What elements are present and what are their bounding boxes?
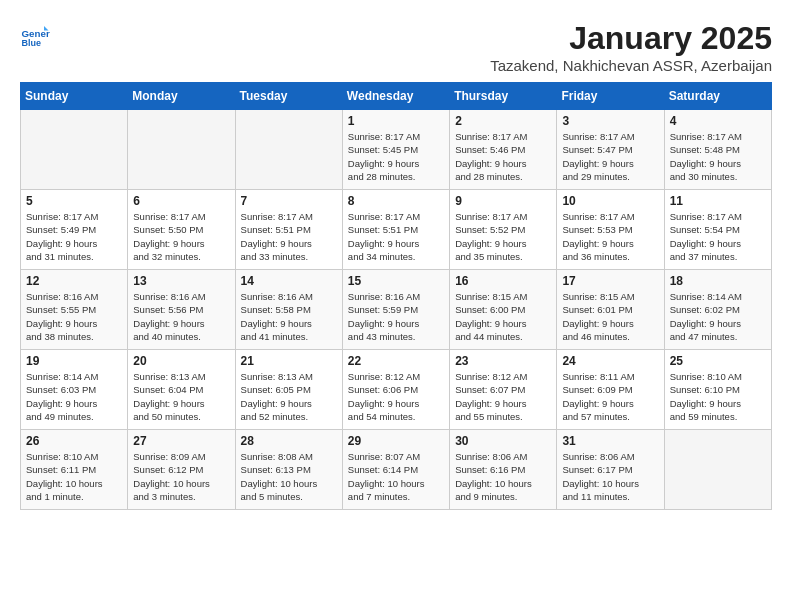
- cell-info: Sunrise: 8:17 AMSunset: 5:51 PMDaylight:…: [241, 210, 337, 263]
- location-title: Tazakend, Nakhichevan ASSR, Azerbaijan: [490, 57, 772, 74]
- calendar-cell: 1Sunrise: 8:17 AMSunset: 5:45 PMDaylight…: [342, 110, 449, 190]
- svg-text:Blue: Blue: [22, 38, 42, 48]
- day-number: 30: [455, 434, 551, 448]
- cell-info: Sunrise: 8:06 AMSunset: 6:16 PMDaylight:…: [455, 450, 551, 503]
- cell-info: Sunrise: 8:17 AMSunset: 5:52 PMDaylight:…: [455, 210, 551, 263]
- day-number: 16: [455, 274, 551, 288]
- calendar-cell: 8Sunrise: 8:17 AMSunset: 5:51 PMDaylight…: [342, 190, 449, 270]
- page: General Blue January 2025 Tazakend, Nakh…: [0, 0, 792, 520]
- day-number: 6: [133, 194, 229, 208]
- day-number: 31: [562, 434, 658, 448]
- day-number: 26: [26, 434, 122, 448]
- calendar-cell: 21Sunrise: 8:13 AMSunset: 6:05 PMDayligh…: [235, 350, 342, 430]
- day-number: 24: [562, 354, 658, 368]
- calendar-cell: 2Sunrise: 8:17 AMSunset: 5:46 PMDaylight…: [450, 110, 557, 190]
- day-number: 28: [241, 434, 337, 448]
- cell-info: Sunrise: 8:17 AMSunset: 5:48 PMDaylight:…: [670, 130, 766, 183]
- day-number: 9: [455, 194, 551, 208]
- cell-info: Sunrise: 8:17 AMSunset: 5:49 PMDaylight:…: [26, 210, 122, 263]
- week-row-2: 5Sunrise: 8:17 AMSunset: 5:49 PMDaylight…: [21, 190, 772, 270]
- calendar-cell: 30Sunrise: 8:06 AMSunset: 6:16 PMDayligh…: [450, 430, 557, 510]
- calendar-cell: 7Sunrise: 8:17 AMSunset: 5:51 PMDaylight…: [235, 190, 342, 270]
- calendar-cell: 25Sunrise: 8:10 AMSunset: 6:10 PMDayligh…: [664, 350, 771, 430]
- calendar-cell: [21, 110, 128, 190]
- month-title: January 2025: [490, 20, 772, 57]
- calendar-cell: 19Sunrise: 8:14 AMSunset: 6:03 PMDayligh…: [21, 350, 128, 430]
- day-number: 5: [26, 194, 122, 208]
- calendar-cell: 10Sunrise: 8:17 AMSunset: 5:53 PMDayligh…: [557, 190, 664, 270]
- cell-info: Sunrise: 8:10 AMSunset: 6:10 PMDaylight:…: [670, 370, 766, 423]
- cell-info: Sunrise: 8:13 AMSunset: 6:05 PMDaylight:…: [241, 370, 337, 423]
- calendar-table: SundayMondayTuesdayWednesdayThursdayFrid…: [20, 82, 772, 510]
- day-number: 21: [241, 354, 337, 368]
- calendar-cell: 17Sunrise: 8:15 AMSunset: 6:01 PMDayligh…: [557, 270, 664, 350]
- calendar-cell: 27Sunrise: 8:09 AMSunset: 6:12 PMDayligh…: [128, 430, 235, 510]
- cell-info: Sunrise: 8:06 AMSunset: 6:17 PMDaylight:…: [562, 450, 658, 503]
- calendar-cell: [128, 110, 235, 190]
- day-number: 8: [348, 194, 444, 208]
- cell-info: Sunrise: 8:12 AMSunset: 6:07 PMDaylight:…: [455, 370, 551, 423]
- day-number: 10: [562, 194, 658, 208]
- day-number: 7: [241, 194, 337, 208]
- day-number: 3: [562, 114, 658, 128]
- calendar-cell: 23Sunrise: 8:12 AMSunset: 6:07 PMDayligh…: [450, 350, 557, 430]
- title-block: January 2025 Tazakend, Nakhichevan ASSR,…: [490, 20, 772, 74]
- cell-info: Sunrise: 8:09 AMSunset: 6:12 PMDaylight:…: [133, 450, 229, 503]
- cell-info: Sunrise: 8:10 AMSunset: 6:11 PMDaylight:…: [26, 450, 122, 503]
- calendar-cell: 29Sunrise: 8:07 AMSunset: 6:14 PMDayligh…: [342, 430, 449, 510]
- cell-info: Sunrise: 8:17 AMSunset: 5:47 PMDaylight:…: [562, 130, 658, 183]
- week-row-5: 26Sunrise: 8:10 AMSunset: 6:11 PMDayligh…: [21, 430, 772, 510]
- calendar-cell: 15Sunrise: 8:16 AMSunset: 5:59 PMDayligh…: [342, 270, 449, 350]
- cell-info: Sunrise: 8:17 AMSunset: 5:51 PMDaylight:…: [348, 210, 444, 263]
- calendar-cell: 11Sunrise: 8:17 AMSunset: 5:54 PMDayligh…: [664, 190, 771, 270]
- day-number: 20: [133, 354, 229, 368]
- cell-info: Sunrise: 8:17 AMSunset: 5:46 PMDaylight:…: [455, 130, 551, 183]
- calendar-cell: [235, 110, 342, 190]
- cell-info: Sunrise: 8:17 AMSunset: 5:45 PMDaylight:…: [348, 130, 444, 183]
- weekday-header-wednesday: Wednesday: [342, 83, 449, 110]
- day-number: 22: [348, 354, 444, 368]
- calendar-cell: 22Sunrise: 8:12 AMSunset: 6:06 PMDayligh…: [342, 350, 449, 430]
- cell-info: Sunrise: 8:14 AMSunset: 6:02 PMDaylight:…: [670, 290, 766, 343]
- weekday-header-monday: Monday: [128, 83, 235, 110]
- cell-info: Sunrise: 8:16 AMSunset: 5:58 PMDaylight:…: [241, 290, 337, 343]
- day-number: 13: [133, 274, 229, 288]
- day-number: 17: [562, 274, 658, 288]
- calendar-cell: 31Sunrise: 8:06 AMSunset: 6:17 PMDayligh…: [557, 430, 664, 510]
- cell-info: Sunrise: 8:07 AMSunset: 6:14 PMDaylight:…: [348, 450, 444, 503]
- day-number: 1: [348, 114, 444, 128]
- day-number: 4: [670, 114, 766, 128]
- cell-info: Sunrise: 8:17 AMSunset: 5:50 PMDaylight:…: [133, 210, 229, 263]
- logo: General Blue: [20, 20, 52, 50]
- calendar-cell: 12Sunrise: 8:16 AMSunset: 5:55 PMDayligh…: [21, 270, 128, 350]
- week-row-3: 12Sunrise: 8:16 AMSunset: 5:55 PMDayligh…: [21, 270, 772, 350]
- calendar-cell: 14Sunrise: 8:16 AMSunset: 5:58 PMDayligh…: [235, 270, 342, 350]
- calendar-cell: [664, 430, 771, 510]
- day-number: 27: [133, 434, 229, 448]
- weekday-header-friday: Friday: [557, 83, 664, 110]
- cell-info: Sunrise: 8:16 AMSunset: 5:55 PMDaylight:…: [26, 290, 122, 343]
- day-number: 25: [670, 354, 766, 368]
- weekday-header-thursday: Thursday: [450, 83, 557, 110]
- weekday-header-sunday: Sunday: [21, 83, 128, 110]
- cell-info: Sunrise: 8:16 AMSunset: 5:56 PMDaylight:…: [133, 290, 229, 343]
- cell-info: Sunrise: 8:17 AMSunset: 5:53 PMDaylight:…: [562, 210, 658, 263]
- calendar-cell: 20Sunrise: 8:13 AMSunset: 6:04 PMDayligh…: [128, 350, 235, 430]
- cell-info: Sunrise: 8:11 AMSunset: 6:09 PMDaylight:…: [562, 370, 658, 423]
- calendar-cell: 18Sunrise: 8:14 AMSunset: 6:02 PMDayligh…: [664, 270, 771, 350]
- weekday-header-saturday: Saturday: [664, 83, 771, 110]
- logo-icon: General Blue: [20, 20, 50, 50]
- cell-info: Sunrise: 8:13 AMSunset: 6:04 PMDaylight:…: [133, 370, 229, 423]
- cell-info: Sunrise: 8:17 AMSunset: 5:54 PMDaylight:…: [670, 210, 766, 263]
- calendar-cell: 3Sunrise: 8:17 AMSunset: 5:47 PMDaylight…: [557, 110, 664, 190]
- day-number: 18: [670, 274, 766, 288]
- day-number: 23: [455, 354, 551, 368]
- weekday-header-row: SundayMondayTuesdayWednesdayThursdayFrid…: [21, 83, 772, 110]
- day-number: 19: [26, 354, 122, 368]
- calendar-cell: 13Sunrise: 8:16 AMSunset: 5:56 PMDayligh…: [128, 270, 235, 350]
- cell-info: Sunrise: 8:15 AMSunset: 6:00 PMDaylight:…: [455, 290, 551, 343]
- week-row-4: 19Sunrise: 8:14 AMSunset: 6:03 PMDayligh…: [21, 350, 772, 430]
- calendar-cell: 24Sunrise: 8:11 AMSunset: 6:09 PMDayligh…: [557, 350, 664, 430]
- cell-info: Sunrise: 8:16 AMSunset: 5:59 PMDaylight:…: [348, 290, 444, 343]
- day-number: 12: [26, 274, 122, 288]
